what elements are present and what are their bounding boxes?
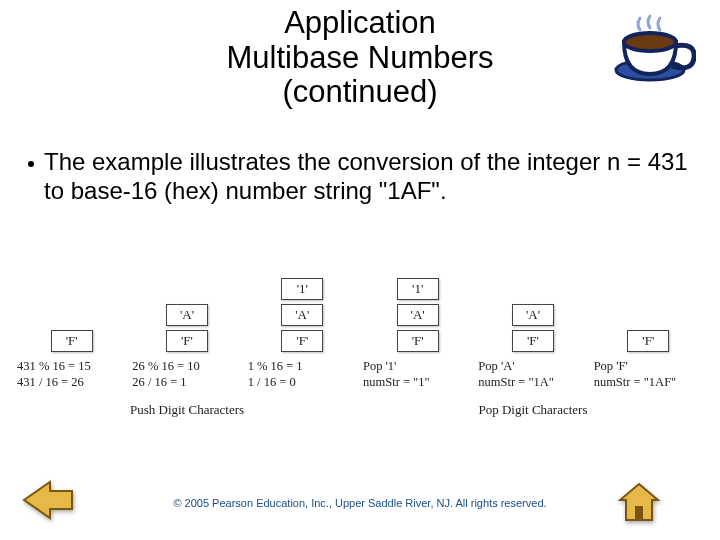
svg-marker-2 [24, 482, 72, 518]
calc-text: 1 % 16 = 1 1 / 16 = 0 [242, 358, 363, 392]
calc-text: Pop 'A' numStr = "1A" [472, 358, 593, 392]
stack: 'A''F' [166, 264, 208, 352]
bullet-dot-icon [28, 161, 34, 167]
calc-text: Pop '1' numStr = "1" [357, 358, 478, 392]
stack-cell: 'F' [512, 330, 554, 352]
stack-cell: 'F' [281, 330, 323, 352]
copyright-text: © 2005 Pearson Education, Inc., Upper Sa… [0, 497, 720, 510]
stack: 'F' [627, 264, 669, 352]
body-text-area: The example illustrates the conversion o… [28, 148, 688, 206]
stack-cell: 'A' [166, 304, 208, 326]
calc-text: Pop 'F' numStr = "1AF" [588, 358, 709, 392]
stack-cell: 'F' [397, 330, 439, 352]
stack-cell: '1' [397, 278, 439, 300]
svg-rect-4 [635, 506, 643, 520]
push-section-label: Push Digit Characters [14, 402, 360, 418]
stack-cell: 'A' [281, 304, 323, 326]
title-line-3: (continued) [282, 74, 437, 109]
diagram-column: 'F'Pop 'F' numStr = "1AF" [591, 264, 706, 392]
previous-button[interactable] [22, 478, 74, 526]
stack-cell: 'F' [627, 330, 669, 352]
title-line-2: Multibase Numbers [226, 40, 493, 75]
coffee-cup-icon [610, 12, 696, 90]
diagram-column: '1''A''F'1 % 16 = 1 1 / 16 = 0 [245, 264, 360, 392]
stack-cell: 'F' [51, 330, 93, 352]
diagram-column: 'F'431 % 16 = 15 431 / 16 = 26 [14, 264, 129, 392]
stack-cell: 'F' [166, 330, 208, 352]
calc-text: 431 % 16 = 15 431 / 16 = 26 [11, 358, 132, 392]
title-line-1: Application [284, 5, 436, 40]
bullet-text: The example illustrates the conversion o… [44, 148, 688, 206]
calc-text: 26 % 16 = 10 26 / 16 = 1 [126, 358, 247, 392]
pop-section-label: Pop Digit Characters [360, 402, 706, 418]
diagram-column: 'A''F'26 % 16 = 10 26 / 16 = 1 [129, 264, 244, 392]
stack: '1''A''F' [397, 264, 439, 352]
stack-cell: 'A' [397, 304, 439, 326]
conversion-diagram: 'F'431 % 16 = 15 431 / 16 = 26'A''F'26 %… [14, 264, 706, 418]
home-button[interactable] [618, 482, 660, 526]
stack: 'A''F' [512, 264, 554, 352]
stack: '1''A''F' [281, 264, 323, 352]
stack-cell: '1' [281, 278, 323, 300]
diagram-column: 'A''F'Pop 'A' numStr = "1A" [475, 264, 590, 392]
diagram-column: '1''A''F'Pop '1' numStr = "1" [360, 264, 475, 392]
stack: 'F' [51, 264, 93, 352]
stack-cell: 'A' [512, 304, 554, 326]
svg-point-1 [624, 33, 676, 51]
